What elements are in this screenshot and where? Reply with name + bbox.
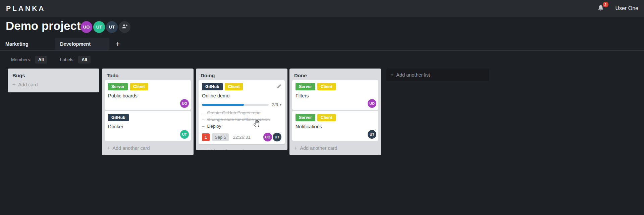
label-chip[interactable]: Client <box>317 83 336 90</box>
top-bar: PLANKA 2 User One <box>0 0 644 17</box>
label-chip[interactable]: GitHub <box>202 83 223 90</box>
list-title[interactable]: Bugs <box>8 69 99 80</box>
timer-badge[interactable]: 22:26:31 <box>233 135 251 140</box>
add-card-button[interactable]: + Add another card <box>102 142 194 155</box>
edit-card-icon[interactable] <box>276 84 282 90</box>
notifications-button[interactable]: 2 <box>597 4 605 13</box>
card-labels: GitHub Client <box>202 83 281 90</box>
avatar[interactable]: UO <box>180 99 189 108</box>
card-container: GitHub Client Online demo 2/3 ▾ – Create… <box>196 80 287 144</box>
tab-marketing[interactable]: Marketing <box>0 38 55 50</box>
label-chip[interactable]: Server <box>108 83 128 90</box>
tab-development[interactable]: Development <box>55 38 109 50</box>
members-filter-label: Members: <box>11 57 31 62</box>
card-title: Filters <box>296 93 375 98</box>
plus-icon: + <box>390 72 393 78</box>
list-doing: Doing GitHub Client Online demo 2/3 <box>196 69 287 150</box>
label-chip[interactable]: GitHub <box>108 114 129 121</box>
add-list-button[interactable]: + Add another list <box>386 69 489 81</box>
add-list-label: Add another list <box>396 72 430 78</box>
avatar[interactable]: UT <box>273 133 281 141</box>
list-title[interactable]: Doing <box>196 69 287 80</box>
card-public-boards[interactable]: Server Client Public boards UO <box>105 80 191 110</box>
card-online-demo[interactable]: GitHub Client Online demo 2/3 ▾ – Create… <box>199 80 285 144</box>
label-chip[interactable]: Client <box>130 83 148 90</box>
task-text: Create GitHub Pages repo <box>207 110 261 116</box>
notification-count-badge[interactable]: 1 <box>202 133 210 141</box>
board-tabs: Marketing Development + <box>0 38 644 51</box>
plus-icon: + <box>294 145 297 151</box>
add-card-button[interactable]: + Add another card <box>289 142 381 155</box>
label-chip[interactable]: Client <box>225 83 243 90</box>
card-title: Notifications <box>296 124 375 129</box>
list-title[interactable]: Todo <box>102 69 194 80</box>
task-item[interactable]: – Change code for offline version <box>202 116 281 123</box>
notification-count-badge[interactable]: 2 <box>603 2 608 7</box>
task-dash: – <box>202 116 205 123</box>
progress-fill <box>202 104 244 106</box>
task-dash: – <box>202 123 205 130</box>
task-item[interactable]: – Create GitHub Pages repo <box>202 110 281 116</box>
card-labels: Server Client <box>108 83 187 90</box>
plus-icon: + <box>12 82 15 88</box>
add-board-button[interactable]: + <box>112 38 123 50</box>
card-labels: GitHub <box>108 114 187 121</box>
list-todo: Todo Server Client Public boards UO GitH… <box>102 69 194 155</box>
labels-filter-value[interactable]: All <box>78 56 91 63</box>
labels-filter-label: Labels: <box>60 57 75 62</box>
progress-count: 2/3 <box>272 102 278 107</box>
card-members: UO UT <box>263 133 281 141</box>
tab-label: Development <box>60 41 91 47</box>
user-menu[interactable]: User One <box>615 5 638 11</box>
label-chip[interactable]: Server <box>296 83 315 90</box>
tab-label: Marketing <box>5 41 29 47</box>
card-docker[interactable]: GitHub Docker UT <box>105 111 191 141</box>
card-filters[interactable]: Server Client Filters UO <box>292 80 378 110</box>
card-title: Public boards <box>108 93 187 98</box>
avatar[interactable]: UO <box>368 99 376 108</box>
app-logo: PLANKA <box>6 4 46 12</box>
avatar[interactable]: UO <box>263 133 272 141</box>
add-card-label: Add another card <box>300 145 337 151</box>
add-member-button[interactable] <box>119 21 130 33</box>
plus-icon: + <box>107 145 110 151</box>
add-card-button[interactable]: + Add card <box>8 80 99 92</box>
plus-icon: + <box>116 40 120 48</box>
card-notifications[interactable]: Server Client Notifications UT <box>292 111 378 141</box>
project-title[interactable]: Demo project <box>6 19 81 33</box>
avatar[interactable]: UT <box>106 21 118 33</box>
task-progress: 2/3 ▾ <box>202 102 281 107</box>
list-bugs: Bugs + Add card <box>8 69 99 92</box>
task-list: – Create GitHub Pages repo – Change code… <box>202 110 281 130</box>
task-dash: – <box>202 110 205 116</box>
avatar[interactable]: UT <box>93 21 105 33</box>
card-title: Online demo <box>202 93 281 98</box>
project-members: UO UT UT <box>80 21 130 33</box>
add-card-label: Add another card <box>112 145 150 151</box>
card-container: Server Client Public boards UO GitHub Do… <box>102 80 194 141</box>
person-add-icon <box>121 23 128 31</box>
due-date-badge[interactable]: Sep 5 <box>212 133 229 141</box>
label-chip[interactable]: Server <box>296 114 315 121</box>
progress-bar <box>202 104 269 106</box>
add-card-label: Add card <box>18 82 38 87</box>
task-text: Change code for offline version <box>207 116 270 123</box>
avatar[interactable]: UO <box>80 21 92 33</box>
label-chip[interactable]: Client <box>317 114 336 121</box>
plus-icon: + <box>201 148 204 150</box>
add-card-label: Add another card <box>206 149 244 150</box>
chevron-down-icon[interactable]: ▾ <box>280 103 281 106</box>
list-title[interactable]: Done <box>289 69 381 80</box>
task-text: Deploy <box>207 123 221 130</box>
card-labels: Server Client <box>296 83 375 90</box>
avatar[interactable]: UT <box>368 130 376 139</box>
add-card-button[interactable]: + Add another card <box>196 145 287 150</box>
members-filter-value[interactable]: All <box>35 56 47 63</box>
avatar[interactable]: UT <box>180 130 189 139</box>
card-container: Server Client Filters UO Server Client N… <box>289 80 381 141</box>
project-header: Demo project UO UT UT <box>0 17 644 38</box>
filter-bar: Members: All Labels: All <box>11 55 91 64</box>
task-item[interactable]: – Deploy <box>202 123 281 130</box>
card-labels: Server Client <box>296 114 375 121</box>
card-title: Docker <box>108 124 187 129</box>
